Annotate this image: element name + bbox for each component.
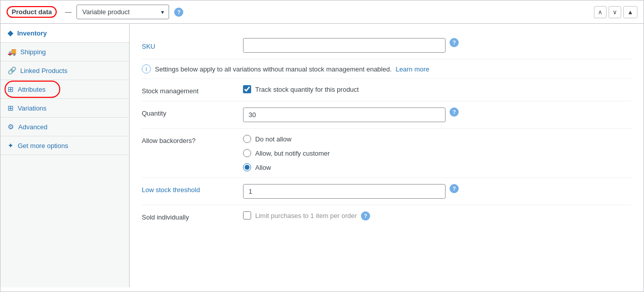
sold-individually-row: Sold individually Limit purchases to 1 i… — [142, 205, 631, 227]
sidebar-item-attributes[interactable]: ⊞ Attributes — [1, 80, 129, 99]
product-type-select[interactable]: Variable product Simple product Grouped … — [76, 5, 169, 19]
star-icon: ✦ — [8, 141, 14, 150]
sku-field: ? — [243, 38, 631, 53]
main-panel: SKU ? i Settings below apply to all vari… — [130, 24, 643, 287]
backorders-yes-radio[interactable] — [243, 163, 251, 171]
sku-row: SKU ? — [142, 32, 631, 59]
backorders-notify-text: Allow, but notify customer — [255, 150, 330, 157]
info-bar-text: Settings below apply to all variations w… — [155, 65, 392, 73]
sidebar-item-inventory[interactable]: ◆ Inventory — [1, 24, 129, 43]
sidebar-item-get-more-options[interactable]: ✦ Get more options — [1, 136, 129, 155]
sidebar-item-shipping[interactable]: 🚚 Shipping — [1, 43, 129, 61]
backorders-no-text: Do not allow — [255, 135, 292, 143]
stock-management-row: Stock management Track stock quantity fo… — [142, 79, 631, 101]
quantity-row: Quantity ? — [142, 101, 631, 129]
product-data-content: ◆ Inventory 🚚 Shipping 🔗 Linked Products… — [1, 24, 643, 287]
product-data-header: Product data — Variable product Simple p… — [1, 1, 643, 24]
stock-management-label: Stock management — [142, 85, 243, 95]
allow-backorders-row: Allow backorders? Do not allow Allow, bu… — [142, 129, 631, 178]
low-stock-input[interactable] — [243, 184, 446, 199]
quantity-help-icon[interactable]: ? — [450, 107, 459, 117]
link-icon: 🔗 — [8, 66, 16, 75]
backorders-no-label[interactable]: Do not allow — [243, 135, 330, 143]
sold-individually-text: Limit purchases to 1 item per order — [255, 212, 357, 220]
sold-individually-help-icon[interactable]: ? — [361, 211, 370, 221]
stock-management-field: Track stock quantity for this product — [243, 85, 631, 93]
low-stock-row: Low stock threshold ? — [142, 178, 631, 205]
grid-icon: ⊞ — [8, 104, 14, 112]
backorders-yes-text: Allow — [255, 164, 271, 171]
track-stock-checkbox[interactable] — [243, 85, 251, 93]
low-stock-field: ? — [243, 184, 631, 199]
low-stock-help-icon[interactable]: ? — [450, 184, 459, 193]
product-type-select-wrapper: Variable product Simple product Grouped … — [76, 5, 169, 19]
sidebar-item-variations[interactable]: ⊞ Variations — [1, 99, 129, 118]
backorders-yes-label[interactable]: Allow — [243, 163, 330, 171]
quantity-field: ? — [243, 107, 631, 122]
product-data-label: Product data — [7, 6, 57, 18]
allow-backorders-field: Do not allow Allow, but notify customer … — [243, 135, 631, 171]
sold-individually-field: Limit purchases to 1 item per order ? — [243, 211, 631, 221]
product-type-help-icon[interactable]: ? — [174, 8, 183, 17]
backorders-notify-radio[interactable] — [243, 149, 251, 157]
sidebar-item-linked-products[interactable]: 🔗 Linked Products — [1, 61, 129, 80]
truck-icon: 🚚 — [8, 48, 16, 56]
collapse-down-button[interactable]: ∨ — [609, 6, 621, 18]
table-icon: ⊞ — [8, 85, 14, 93]
sku-help-icon[interactable]: ? — [450, 38, 459, 47]
sidebar-item-advanced[interactable]: ⚙ Advanced — [1, 118, 129, 136]
info-bar: i Settings below apply to all variations… — [142, 59, 631, 79]
sku-label: SKU — [142, 41, 243, 50]
backorders-no-radio[interactable] — [243, 135, 251, 143]
sku-input[interactable] — [243, 38, 446, 53]
backorders-notify-label[interactable]: Allow, but notify customer — [243, 149, 330, 157]
gear-icon: ⚙ — [8, 123, 14, 131]
sold-individually-checkbox-label[interactable]: Limit purchases to 1 item per order — [243, 211, 357, 220]
allow-backorders-label: Allow backorders? — [142, 135, 243, 144]
header-controls: ∧ ∨ ▲ — [594, 6, 637, 18]
learn-more-link[interactable]: Learn more — [396, 65, 429, 73]
collapse-up-button[interactable]: ∧ — [594, 6, 607, 18]
backorders-radio-group: Do not allow Allow, but notify customer … — [243, 135, 330, 171]
diamond-icon: ◆ — [8, 29, 13, 37]
product-data-panel: Product data — Variable product Simple p… — [0, 0, 644, 292]
quantity-input[interactable] — [243, 107, 446, 122]
track-stock-label[interactable]: Track stock quantity for this product — [243, 85, 359, 93]
info-icon: i — [142, 64, 151, 74]
sidebar: ◆ Inventory 🚚 Shipping 🔗 Linked Products… — [1, 24, 130, 287]
low-stock-label: Low stock threshold — [142, 184, 243, 194]
expand-button[interactable]: ▲ — [623, 6, 637, 18]
sold-individually-label: Sold individually — [142, 211, 243, 221]
quantity-label: Quantity — [142, 107, 243, 117]
track-stock-text: Track stock quantity for this product — [255, 86, 359, 93]
sold-individually-checkbox[interactable] — [243, 211, 251, 220]
